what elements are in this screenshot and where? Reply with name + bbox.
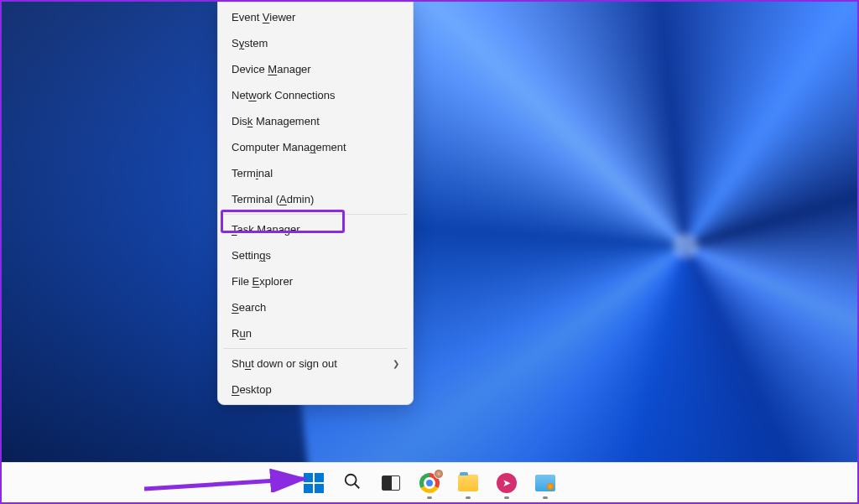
taskbar-app-circle[interactable]: ➤ [490,466,523,500]
svg-point-1 [346,474,357,485]
menu-item-label: Computer Management [232,141,346,153]
menu-item-desktop[interactable]: Desktop [220,377,411,403]
menu-item-label: Shut down or sign out [232,357,337,370]
taskbar-control-panel[interactable] [528,466,562,500]
menu-item-event-viewer[interactable]: Event Viewer [220,4,411,30]
menu-item-label: Terminal (Admin) [232,193,314,205]
menu-item-terminal[interactable]: Terminal [220,160,411,186]
menu-item-file-explorer[interactable]: File Explorer [220,268,411,294]
chrome-profile-badge [434,469,444,479]
menu-separator [223,348,408,349]
circle-app-icon: ➤ [497,473,517,493]
running-indicator [504,496,509,499]
search-button[interactable] [336,466,369,500]
taskbar: ➤ [2,462,857,502]
start-button[interactable] [297,466,331,500]
taskbar-file-explorer[interactable] [451,466,485,500]
menu-separator [223,214,408,215]
menu-item-device-manager[interactable]: Device Manager [220,56,411,82]
task-view-button[interactable] [374,466,408,500]
desktop-wallpaper [2,2,857,502]
menu-item-label: Search [232,301,266,314]
menu-item-network-connections[interactable]: Network Connections [220,82,411,108]
menu-item-label: Network Connections [232,89,336,101]
menu-item-label: Task Manager [232,223,300,236]
search-icon [343,472,362,494]
task-view-icon [382,475,400,491]
menu-item-label: Disk Management [232,115,320,127]
running-indicator [543,496,548,499]
menu-item-shut-down-or-sign-out[interactable]: Shut down or sign out❯ [220,351,411,377]
menu-item-label: Run [232,327,252,340]
running-indicator [427,496,432,499]
menu-item-settings[interactable]: Settings [220,242,411,268]
svg-line-2 [355,483,360,488]
menu-item-label: File Explorer [232,275,293,288]
menu-item-disk-management[interactable]: Disk Management [220,108,411,134]
taskbar-chrome[interactable] [413,466,446,500]
windows-logo-icon [304,473,324,493]
menu-item-computer-management[interactable]: Computer Management [220,134,411,160]
menu-item-system[interactable]: System [220,30,411,56]
menu-item-run[interactable]: Run [220,320,411,346]
control-panel-icon [535,475,555,491]
menu-item-label: Terminal [232,167,273,179]
menu-item-label: Event Viewer [232,11,295,23]
menu-item-label: Desktop [232,383,272,396]
file-explorer-icon [458,475,478,491]
menu-item-task-manager[interactable]: Task Manager [220,216,411,242]
running-indicator [466,496,471,499]
menu-item-terminal-admin[interactable]: Terminal (Admin) [220,186,411,212]
menu-item-label: Device Manager [232,63,311,75]
menu-item-label: System [232,37,268,49]
menu-item-label: Settings [232,249,271,262]
menu-item-search[interactable]: Search [220,294,411,320]
chevron-right-icon: ❯ [393,359,399,368]
winx-context-menu: Event ViewerSystemDevice ManagerNetwork … [217,2,414,405]
